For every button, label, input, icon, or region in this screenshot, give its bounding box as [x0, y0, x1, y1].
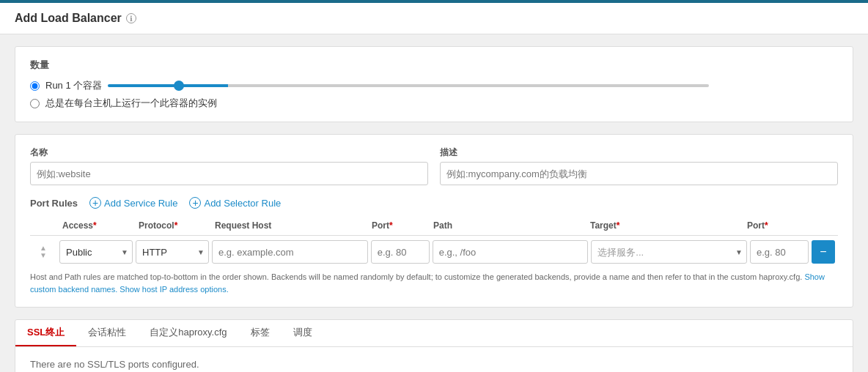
plus-circle-service: +	[89, 197, 101, 209]
scaling-label: 数量	[30, 59, 838, 72]
desc-field: 描述	[440, 146, 838, 185]
protocol-select-wrapper: HTTP HTTPS TCP UDP ▼	[136, 240, 209, 264]
port-target-input[interactable]	[750, 240, 809, 264]
radio-row-2: 总是在每台主机上运行一个此容器的实例	[30, 97, 838, 110]
port-rules-header: Port Rules + Add Service Rule + Add Sele…	[30, 197, 838, 209]
port-rules-title: Port Rules	[30, 198, 78, 209]
name-section: 名称 描述 Port Rules + Add Service Rule + Ad…	[15, 134, 853, 308]
name-field: 名称	[30, 146, 428, 185]
port-input[interactable]	[371, 240, 430, 264]
plus-circle-selector: +	[189, 197, 201, 209]
col-request-host: Request Host	[215, 220, 369, 231]
tab-session[interactable]: 会话粘性	[76, 320, 138, 346]
info-icon[interactable]: ℹ	[126, 13, 136, 23]
radio-group: Run 1 个容器 总是在每台主机上运行一个此容器的实例	[30, 79, 838, 110]
radio-run1[interactable]	[30, 81, 40, 91]
tab-scheduling[interactable]: 调度	[282, 320, 324, 346]
add-selector-rule-button[interactable]: + Add Selector Rule	[189, 197, 281, 209]
col-path: Path	[433, 220, 587, 231]
scaling-section: 数量 Run 1 个容器 总是在每台主机上运行一个此容器的实例	[15, 46, 853, 122]
host-ip-link[interactable]: Show host IP address options.	[119, 285, 228, 294]
add-service-rule-button[interactable]: + Add Service Rule	[89, 197, 177, 209]
access-select-wrapper: Public Internal Private ▼	[59, 240, 133, 264]
request-host-input[interactable]	[212, 240, 368, 264]
radio-run-all[interactable]	[30, 99, 40, 108]
col-target: Target*	[590, 220, 744, 231]
tabs-header: SSL终止 会话粘性 自定义haproxy.cfg 标签 调度	[15, 320, 853, 347]
path-input[interactable]	[433, 240, 589, 264]
scale-slider[interactable]	[108, 84, 709, 87]
col-sort	[33, 220, 59, 231]
info-text-main: Host and Path rules are matched top-to-b…	[30, 272, 802, 281]
col-port: Port*	[372, 220, 430, 231]
desc-input[interactable]	[440, 162, 838, 185]
name-label: 名称	[30, 146, 428, 159]
tab-content-ssl: There are no SSL/TLS ports configured.	[15, 347, 853, 372]
desc-label: 描述	[440, 146, 838, 159]
slider-container: Run 1 个容器	[45, 79, 709, 92]
run1-label: Run 1 个容器	[45, 79, 102, 92]
info-text: Host and Path rules are matched top-to-b…	[30, 271, 838, 295]
target-select-wrapper: 选择服务... ▼	[591, 240, 747, 264]
radio-row-1: Run 1 个容器	[30, 79, 838, 92]
add-selector-label: Add Selector Rule	[204, 198, 281, 209]
access-select[interactable]: Public Internal Private	[59, 240, 133, 264]
col-port-target: Port*	[747, 220, 806, 231]
col-remove	[809, 220, 835, 231]
table-header: Access* Protocol* Request Host Port* Pat…	[30, 217, 838, 236]
run-all-label: 总是在每台主机上运行一个此容器的实例	[45, 97, 217, 110]
tabs-section: SSL终止 会话粘性 自定义haproxy.cfg 标签 调度 There ar…	[15, 319, 853, 372]
col-access: Access*	[62, 220, 136, 231]
target-select[interactable]: 选择服务...	[591, 240, 747, 264]
tab-labels[interactable]: 标签	[239, 320, 282, 346]
tab-haproxy[interactable]: 自定义haproxy.cfg	[138, 320, 238, 346]
remove-row-button[interactable]: −	[812, 240, 835, 264]
protocol-select[interactable]: HTTP HTTPS TCP UDP	[136, 240, 209, 264]
tab-ssl[interactable]: SSL终止	[15, 320, 76, 346]
form-grid: 名称 描述	[30, 146, 838, 185]
col-protocol: Protocol*	[139, 220, 212, 231]
sort-handle[interactable]: ▲ ▼	[30, 240, 56, 264]
add-service-label: Add Service Rule	[104, 198, 177, 209]
page-title: Add Load Balancer	[15, 12, 122, 25]
table-row: ▲ ▼ Public Internal Private ▼ HTTP HTTPS…	[30, 240, 838, 264]
ssl-message: There are no SSL/TLS ports configured.	[30, 359, 199, 370]
page-header: Add Load Balancer ℹ	[0, 3, 868, 34]
name-input[interactable]	[30, 162, 428, 185]
